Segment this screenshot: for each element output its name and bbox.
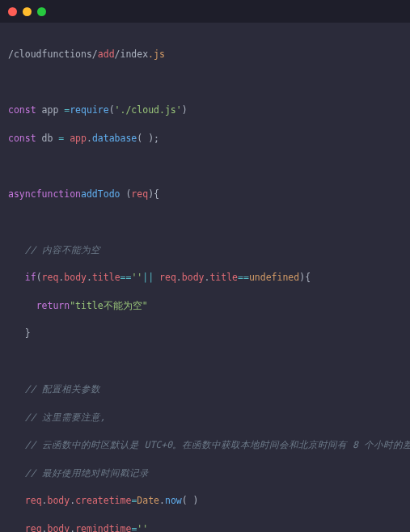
path-text: /cloudfunctions/ xyxy=(8,49,98,60)
editor-window: /cloudfunctions/add/index.js const app =… xyxy=(0,0,410,532)
maximize-icon[interactable] xyxy=(37,7,46,16)
window-titlebar xyxy=(0,0,410,23)
close-icon[interactable] xyxy=(8,7,17,16)
code-editor[interactable]: /cloudfunctions/add/index.js const app =… xyxy=(0,23,410,532)
minimize-icon[interactable] xyxy=(23,7,32,16)
